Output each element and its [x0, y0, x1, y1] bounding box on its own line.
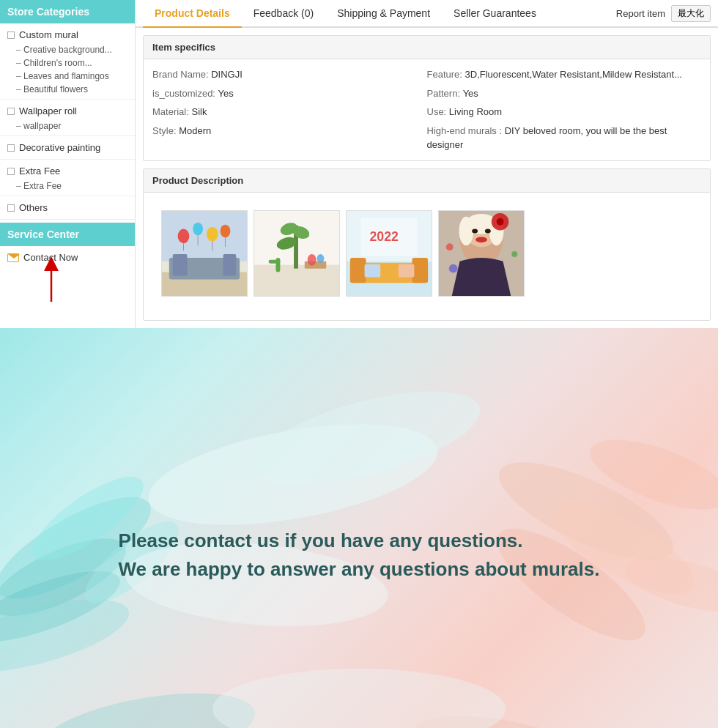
product-description-content: 2022: [144, 193, 710, 320]
spec-row: Pattern: Yes: [427, 84, 702, 103]
specifics-grid: Brand Name: DINGJIis_customized: YesMate…: [144, 59, 710, 160]
category-label: Custom mural: [19, 29, 78, 40]
tab-seller-guarantees[interactable]: Seller Guarantees: [442, 0, 548, 28]
product-images: 2022: [152, 204, 701, 308]
svg-point-7: [178, 229, 190, 243]
product-image-1: [161, 210, 248, 297]
contact-now-item[interactable]: Contact Now: [0, 246, 135, 269]
spec-row: is_customized: Yes: [152, 84, 427, 103]
svg-text:2022: 2022: [369, 229, 399, 244]
sidebar-category-main[interactable]: Decorative painting: [0, 139, 135, 156]
spec-value: 3D,Fluorescent,Water Resistant,Mildew Re…: [465, 69, 682, 80]
svg-rect-16: [254, 264, 339, 295]
spec-value: DINGJI: [211, 69, 243, 80]
svg-rect-22: [269, 259, 281, 263]
sidebar-category-main[interactable]: Custom mural: [0, 26, 135, 43]
sidebar-sub-item[interactable]: Beautiful flowers: [0, 83, 135, 96]
spec-value: Silk: [191, 106, 207, 117]
spec-value: Modern: [179, 125, 211, 136]
svg-rect-34: [399, 264, 415, 277]
category-expand-icon: [7, 31, 15, 39]
svg-point-10: [221, 224, 231, 237]
main-content: Product Details Feedback (0) Shipping & …: [136, 0, 718, 328]
left-specs: Brand Name: DINGJIis_customized: YesMate…: [152, 65, 427, 155]
category-label: Decorative painting: [19, 142, 100, 153]
sidebar-category-group: Others: [0, 196, 135, 220]
svg-point-25: [317, 253, 325, 262]
spec-label: Style:: [152, 125, 179, 136]
product-description-header: Product Description: [144, 169, 710, 193]
bottom-banner: Please contact us if you have any questi…: [0, 328, 718, 729]
sidebar-sub-item[interactable]: wallpaper: [0, 119, 135, 133]
spec-value: Living Room: [449, 106, 502, 117]
envelope-icon: [7, 253, 19, 262]
sidebar-category-group: Decorative painting: [0, 136, 135, 160]
spec-label: is_customized:: [152, 88, 218, 99]
svg-point-9: [207, 226, 218, 241]
svg-rect-29: [350, 257, 366, 282]
category-expand-icon: [7, 204, 15, 212]
svg-point-8: [193, 222, 203, 235]
category-expand-icon: [7, 168, 15, 175]
banner-line-1: Please contact us if you have any questi…: [119, 527, 600, 555]
spec-label: Pattern:: [427, 88, 463, 99]
sidebar: Store Categories Custom muralCreative ba…: [0, 0, 136, 328]
tab-shipping-payment[interactable]: Shipping & Payment: [325, 0, 442, 28]
svg-rect-33: [365, 264, 381, 277]
img4-svg: [439, 210, 524, 297]
img3-svg: 2022: [347, 210, 432, 297]
store-categories-title: Store Categories: [0, 0, 135, 23]
svg-rect-30: [412, 257, 428, 282]
svg-rect-5: [173, 253, 188, 275]
spec-row: Style: Modern: [152, 122, 427, 141]
img1-svg: [162, 210, 247, 297]
svg-point-24: [308, 253, 317, 265]
item-specifics-header: Item specifics: [144, 36, 710, 59]
svg-point-65: [212, 669, 506, 729]
svg-point-43: [475, 237, 487, 242]
sidebar-category-group: Extra FeeExtra Fee: [0, 160, 135, 196]
category-label: Wallpaper roll: [19, 105, 77, 116]
svg-point-47: [511, 251, 517, 257]
report-item-button[interactable]: Report item: [616, 8, 665, 19]
spec-label: High-end murals :: [427, 125, 505, 136]
page-layout: Store Categories Custom muralCreative ba…: [0, 0, 718, 328]
svg-point-46: [446, 243, 454, 250]
spec-row: High-end murals : DIY beloved room, you …: [427, 122, 702, 155]
spec-row: Feature: 3D,Fluorescent,Water Resistant,…: [427, 65, 702, 84]
spec-label: Brand Name:: [152, 69, 211, 80]
sidebar-sub-item[interactable]: Creative background...: [0, 43, 135, 56]
tab-product-details[interactable]: Product Details: [143, 0, 242, 28]
sidebar-sub-item[interactable]: Extra Fee: [0, 179, 135, 193]
sidebar-category-main[interactable]: Extra Fee: [0, 163, 135, 179]
right-specs: Feature: 3D,Fluorescent,Water Resistant,…: [427, 65, 702, 155]
spec-value: Yes: [463, 88, 478, 99]
svg-point-39: [459, 216, 474, 245]
sidebar-category-group: Custom muralCreative background...Childr…: [0, 23, 135, 100]
sidebar-sub-item[interactable]: Leaves and flamingos: [0, 70, 135, 83]
svg-point-41: [472, 229, 478, 233]
svg-rect-6: [223, 253, 237, 275]
svg-point-48: [449, 264, 458, 272]
category-expand-icon: [7, 108, 15, 115]
sidebar-category-group: Wallpaper rollwallpaper: [0, 100, 135, 136]
sidebar-sub-item[interactable]: Children's room...: [0, 56, 135, 70]
spec-row: Brand Name: DINGJI: [152, 65, 427, 84]
category-label: Extra Fee: [19, 166, 60, 177]
item-specifics-section: Item specifics Brand Name: DINGJIis_cust…: [143, 35, 711, 161]
product-description-section: Product Description: [143, 168, 711, 321]
banner-line-2: We are happy to answer any questions abo…: [119, 555, 600, 584]
tab-feedback[interactable]: Feedback (0): [242, 0, 325, 28]
spec-row: Use: Living Room: [427, 103, 702, 122]
category-label: Others: [19, 202, 48, 213]
sidebar-category-main[interactable]: Wallpaper roll: [0, 103, 135, 119]
img2-svg: [254, 210, 339, 297]
product-image-3: 2022: [346, 210, 432, 297]
spec-label: Material:: [152, 106, 191, 117]
maximize-button[interactable]: 最大化: [671, 5, 711, 22]
product-image-2: [253, 210, 340, 297]
spec-row: Material: Silk: [152, 103, 427, 122]
annotation-arrow: [40, 258, 62, 309]
sidebar-category-main[interactable]: Others: [0, 199, 135, 216]
tabs-bar: Product Details Feedback (0) Shipping & …: [136, 0, 718, 28]
